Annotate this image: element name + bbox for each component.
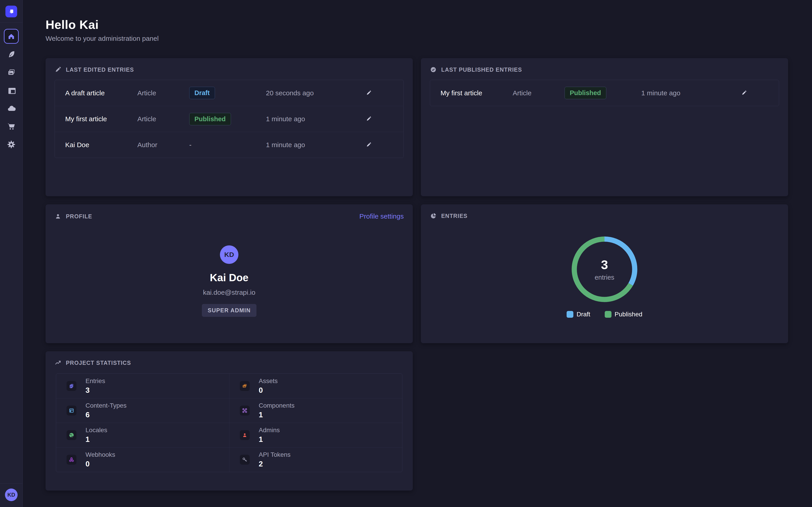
stat-components: Components 1: [229, 398, 402, 423]
sidebar: KD: [0, 0, 23, 507]
status-badge: Draft: [189, 87, 215, 99]
pencil-icon: [741, 90, 747, 97]
sidebar-item-media-library[interactable]: [7, 68, 15, 76]
entries-count-label: entries: [595, 274, 614, 281]
stat-value: 1: [86, 435, 107, 444]
donut-center: 3 entries: [571, 235, 638, 303]
sidebar-item-content-type-builder[interactable]: [7, 86, 15, 95]
key-icon: [240, 455, 250, 465]
edit-entry-button[interactable]: [363, 139, 374, 151]
person-icon: [55, 213, 61, 220]
stat-assets: Assets 0: [229, 374, 402, 398]
entry-time: 1 minute ago: [266, 141, 363, 149]
legend-item-published: Published: [605, 311, 642, 318]
stat-admins: Admins 1: [229, 423, 402, 447]
profile-name: Kai Doe: [210, 272, 248, 284]
docs-icon: [66, 381, 77, 391]
profile-body: KD Kai Doe kai.doe@strapi.io SUPER ADMIN: [46, 226, 413, 317]
sidebar-item-content-manager[interactable]: [7, 50, 15, 59]
last-published-entries-panel: LAST PUBLISHED ENTRIES My first article …: [421, 58, 788, 196]
last-published-table: My first article Article Published 1 min…: [430, 80, 779, 106]
user-avatar[interactable]: KD: [5, 489, 17, 501]
entry-kind: Article: [137, 89, 189, 97]
strapi-logo[interactable]: [5, 6, 17, 17]
published-swatch: [605, 311, 611, 318]
webhook-icon: [66, 455, 77, 465]
pictures-icon: [7, 68, 15, 76]
pencil-icon: [365, 90, 372, 97]
sidebar-bottom: KD: [0, 483, 22, 507]
stat-label: Components: [259, 402, 295, 409]
stat-locales: Locales 1: [56, 423, 229, 447]
status-badge: Published: [189, 113, 231, 125]
sidebar-item-cloud[interactable]: [7, 104, 15, 113]
cart-icon: [7, 122, 15, 131]
table-row: My first article Article Published 1 min…: [430, 80, 779, 106]
stat-value: 1: [259, 410, 295, 419]
legend-item-draft: Draft: [567, 311, 590, 318]
table-row: A draft article Article Draft 20 seconds…: [55, 80, 404, 106]
project-statistics-title: PROJECT STATISTICS: [66, 360, 131, 366]
stat-label: API Tokens: [259, 451, 291, 458]
page-title: Hello Kai: [46, 17, 788, 32]
last-edited-entries-header: LAST EDITED ENTRIES: [46, 58, 413, 78]
right-column: LAST PUBLISHED ENTRIES My first article …: [421, 58, 788, 491]
stat-label: Webhooks: [86, 451, 115, 458]
last-edited-table: A draft article Article Draft 20 seconds…: [55, 80, 404, 158]
stat-value: 3: [86, 386, 105, 395]
status-empty: -: [189, 141, 192, 149]
user-icon: [240, 430, 250, 440]
profile-header: PROFILE Profile settings: [46, 205, 413, 226]
cluster-icon: [240, 406, 250, 415]
stat-value: 1: [259, 435, 280, 444]
dashboard-grid: LAST EDITED ENTRIES A draft article Arti…: [46, 58, 788, 491]
left-column: LAST EDITED ENTRIES A draft article Arti…: [46, 58, 413, 491]
sidebar-item-settings[interactable]: [7, 140, 15, 149]
edit-entry-button[interactable]: [363, 88, 374, 99]
role-badge: SUPER ADMIN: [202, 304, 257, 317]
layout-icon: [7, 86, 15, 95]
stat-label: Assets: [259, 378, 278, 385]
stat-content-types: Content-Types 6: [56, 398, 229, 423]
sidebar-item-home[interactable]: [4, 29, 19, 44]
project-statistics-panel: PROJECT STATISTICS: [46, 351, 413, 491]
entry-time: 20 seconds ago: [266, 89, 363, 97]
entry-name: Kai Doe: [65, 141, 137, 149]
edit-entry-button[interactable]: [738, 88, 750, 99]
check-circle-icon: [430, 66, 437, 73]
entries-title: ENTRIES: [441, 213, 468, 219]
entries-count: 3: [601, 257, 608, 272]
last-published-entries-header: LAST PUBLISHED ENTRIES: [421, 58, 788, 78]
entries-donut-chart: 3 entries: [571, 235, 638, 303]
profile-settings-link[interactable]: Profile settings: [359, 213, 404, 220]
sidebar-item-marketplace[interactable]: [7, 122, 15, 131]
stat-label: Locales: [86, 427, 107, 434]
entry-kind: Article: [513, 89, 565, 97]
entries-panel: ENTRIES 3 entries: [421, 205, 788, 343]
stat-webhooks: Webhooks 0: [56, 447, 229, 472]
layout-icon: [66, 406, 77, 415]
legend-label: Draft: [576, 311, 590, 318]
draft-swatch: [567, 311, 573, 318]
cloud-icon: [7, 104, 15, 113]
pencil-icon: [365, 116, 372, 122]
stat-value: 0: [259, 386, 278, 395]
edit-entry-button[interactable]: [363, 113, 374, 125]
entry-name: A draft article: [65, 89, 137, 97]
stat-label: Content-Types: [86, 402, 126, 409]
entry-kind: Article: [137, 115, 189, 123]
stat-value: 0: [86, 460, 115, 468]
images-icon: [240, 381, 250, 391]
chart-legend: Draft Published: [567, 311, 642, 318]
entry-time: 1 minute ago: [641, 89, 738, 97]
main-content: Hello Kai Welcome to your administration…: [23, 0, 812, 507]
page-subtitle: Welcome to your administration panel: [46, 35, 788, 42]
entry-kind: Author: [137, 141, 189, 149]
trend-up-icon: [55, 359, 61, 366]
legend-label: Published: [615, 311, 642, 318]
status-badge: Published: [565, 87, 606, 99]
profile-email: kai.doe@strapi.io: [203, 289, 255, 296]
stat-value: 2: [259, 460, 291, 468]
gear-icon: [7, 140, 15, 149]
table-row: Kai Doe Author - 1 minute ago: [55, 132, 404, 158]
